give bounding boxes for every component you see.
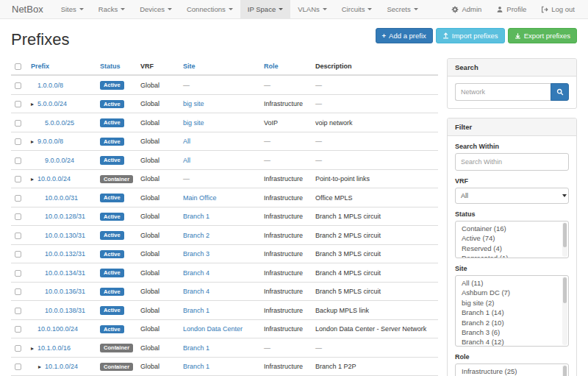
nav-item-devices[interactable]: Devices [132,0,179,18]
brand-link[interactable]: NetBox [0,0,54,18]
sort-link-prefix[interactable]: Prefix [31,63,49,70]
export-prefixes-button[interactable]: Export prefixes [508,28,577,43]
admin-menu-item[interactable]: Admin [444,0,489,18]
select-all-checkbox[interactable] [15,63,21,70]
chevron-down-icon [79,8,84,10]
site-link[interactable]: Branch 1 [183,363,209,370]
search-within-input[interactable] [455,153,569,171]
row-checkbox[interactable] [15,213,21,220]
row-checkbox[interactable] [15,82,21,89]
prefix-link[interactable]: 10.0.0.132/31 [45,250,85,258]
site-link[interactable]: Branch 1 [183,213,209,220]
row-checkbox[interactable] [15,176,21,182]
site-option[interactable]: Ashburn DC (7) [456,288,568,297]
description-cell: Backup MPLS link [312,301,438,320]
search-panel-title: Search [448,59,576,77]
table-row: ▸10.0.0.128/31 Active Global Branch 1 In… [11,207,438,226]
prefix-link[interactable]: 5.0.0.0/25 [45,119,74,127]
sidebar: Search Filter [447,58,577,376]
prefix-link[interactable]: 9.0.0.0/24 [45,157,74,164]
site-cell: Branch 2 [179,226,260,245]
row-checkbox[interactable] [15,345,21,352]
row-checkbox[interactable] [15,363,21,370]
site-link[interactable]: All [183,138,190,145]
site-option[interactable]: Branch 2 (10) [456,318,568,327]
status-option[interactable]: Container (16) [456,224,568,233]
sort-link-site[interactable]: Site [183,63,196,70]
row-checkbox[interactable] [15,270,21,277]
status-scrollbar[interactable] [562,222,567,257]
status-option[interactable]: Reserved (4) [456,244,568,253]
row-checkbox[interactable] [15,251,21,258]
prefix-link[interactable]: 10.0.0.0/31 [45,194,78,202]
row-checkbox[interactable] [15,288,21,295]
vrf-select[interactable]: All [455,188,569,204]
prefix-link[interactable]: 10.0.0.134/31 [45,269,85,277]
prefix-link[interactable]: 5.0.0.0/24 [37,100,67,107]
site-option[interactable]: big site (2) [456,298,568,308]
chevron-down-icon [414,8,418,10]
description-cell: Branch 1 MPLS circuit [312,207,438,226]
site-option[interactable]: Branch 3 (6) [456,327,568,337]
add-prefix-button[interactable]: + Add a prefix [376,28,433,43]
nav-item-secrets[interactable]: Secrets [379,0,425,18]
prefix-link[interactable]: 1.0.0.0/8 [37,82,63,89]
nav-item-vlans[interactable]: VLANs [290,0,334,18]
prefix-link[interactable]: 10.0.0.138/31 [45,307,85,314]
prefix-link[interactable]: 10.0.0.130/31 [45,232,85,239]
nav-item-ip-space[interactable]: IP Space [240,0,290,18]
site-link[interactable]: Branch 4 [183,288,209,295]
row-checkbox[interactable] [15,157,21,164]
role-option[interactable]: Infrastructure (25) [456,366,568,376]
search-input[interactable] [455,83,551,101]
role-scrollbar[interactable] [562,365,567,376]
site-link[interactable]: Main Office [183,194,216,202]
status-option[interactable]: Active (74) [456,233,568,243]
prefix-link[interactable]: 10.0.0.0/24 [37,175,71,182]
prefix-link[interactable]: 10.0.0.128/31 [45,213,85,220]
search-button[interactable] [551,83,569,101]
logout-menu-item[interactable]: Log out [534,0,582,18]
row-checkbox[interactable] [15,195,21,202]
site-link[interactable]: Branch 2 [183,232,209,239]
prefix-link[interactable]: 9.0.0.0/8 [37,138,63,145]
prefix-link[interactable]: 10.1.0.0/16 [37,344,71,352]
nav-item-connections[interactable]: Connections [179,0,240,18]
site-option[interactable]: Branch 1 (14) [456,308,568,317]
row-checkbox[interactable] [15,326,21,333]
nav-item-sites[interactable]: Sites [54,0,91,18]
row-checkbox[interactable] [15,233,21,239]
site-link[interactable]: Branch 4 [183,269,209,277]
profile-menu-item[interactable]: Profile [489,0,534,18]
sort-link-role[interactable]: Role [264,63,279,70]
import-prefixes-button[interactable]: Import prefixes [436,28,505,43]
role-listbox[interactable]: Infrastructure (25)Management (8)Private… [455,363,569,376]
site-scrollbar[interactable] [562,277,567,345]
row-checkbox[interactable] [15,138,21,145]
site-option[interactable]: Branch 4 (12) [456,337,568,347]
nav-item-circuits[interactable]: Circuits [334,0,380,18]
row-checkbox[interactable] [15,120,21,127]
role-cell: — [260,151,312,170]
site-link[interactable]: big site [183,119,204,127]
prefix-link[interactable]: 10.0.100.0/24 [37,325,78,333]
site-link[interactable]: London Data Center [183,325,243,333]
site-link[interactable]: Branch 3 [183,250,209,258]
site-option[interactable]: All (11) [456,278,568,288]
prefix-link[interactable]: 10.0.0.136/31 [45,288,85,295]
status-option[interactable]: Deprecated (1) [456,253,568,258]
sort-link-status[interactable]: Status [100,63,121,70]
row-checkbox[interactable] [15,101,21,107]
site-cell: All [179,151,260,170]
status-listbox[interactable]: Container (16)Active (74)Reserved (4)Dep… [455,221,569,258]
search-icon [556,88,564,96]
profile-label: Profile [506,5,526,13]
site-link[interactable]: big site [183,100,204,107]
row-checkbox[interactable] [15,308,21,314]
site-listbox[interactable]: All (11)Ashburn DC (7)big site (2)Branch… [455,275,569,347]
site-link[interactable]: Branch 1 [183,307,209,314]
site-link[interactable]: All [183,157,190,164]
prefix-link[interactable]: 10.1.0.0/24 [45,363,78,370]
site-link[interactable]: Branch 1 [183,344,209,352]
nav-item-racks[interactable]: Racks [91,0,132,18]
